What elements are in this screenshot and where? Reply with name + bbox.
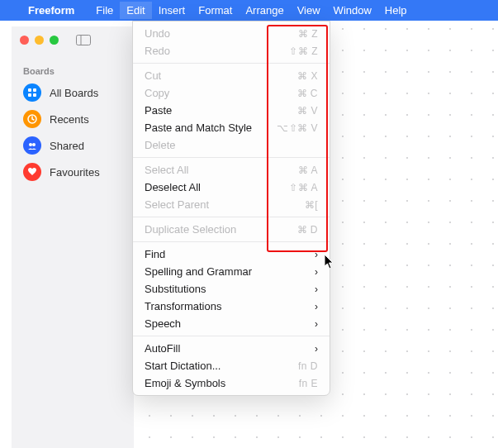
menu-item-select-parent: Select Parent⌘[ xyxy=(133,196,330,213)
menu-item-find[interactable]: Find› xyxy=(133,245,330,263)
menu-item-label: Cut xyxy=(145,69,161,82)
menubar-item-file[interactable]: File xyxy=(89,2,120,19)
menu-item-copy: Copy⌘ C xyxy=(133,84,330,102)
menubar-item-view[interactable]: View xyxy=(291,2,327,19)
menu-shortcut: fn E xyxy=(299,378,318,389)
menu-separator xyxy=(133,217,330,217)
menubar-item-format[interactable]: Format xyxy=(192,2,239,19)
menu-shortcut: ⌘ V xyxy=(297,105,318,117)
menu-shortcut: ⌥⇧⌘ V xyxy=(277,122,318,134)
menu-shortcut: ⌘ D xyxy=(297,224,319,236)
chevron-right-icon: › xyxy=(315,343,318,355)
menu-shortcut: ⌘ A xyxy=(298,164,318,176)
svg-point-7 xyxy=(29,143,32,146)
people-icon xyxy=(23,136,41,155)
sidebar-item-shared[interactable]: Shared xyxy=(12,132,134,159)
sidebar-item-label: Favourites xyxy=(50,166,100,179)
zoom-icon[interactable] xyxy=(50,36,59,45)
menu-shortcut: ⇧⌘ Z xyxy=(289,45,318,57)
menu-item-duplicate-selection: Duplicate Selection⌘ D xyxy=(133,221,330,238)
grid-icon xyxy=(23,83,41,102)
menubar-item-insert[interactable]: Insert xyxy=(152,2,192,19)
menubar-app-name[interactable]: Freeform xyxy=(28,4,74,17)
menu-item-label: Select All xyxy=(145,164,188,176)
sidebar: Boards All BoardsRecentsSharedFavourites xyxy=(12,26,134,448)
chevron-right-icon: › xyxy=(315,249,318,260)
menu-item-cut: Cut⌘ X xyxy=(133,67,330,84)
svg-rect-4 xyxy=(28,93,31,97)
edit-menu: Undo⌘ ZRedo⇧⌘ ZCut⌘ XCopy⌘ CPaste⌘ VPast… xyxy=(132,21,330,396)
menu-item-paste-and-match-style[interactable]: Paste and Match Style⌥⇧⌘ V xyxy=(133,119,330,136)
menu-item-label: Speech xyxy=(145,317,181,330)
menu-item-label: Duplicate Selection xyxy=(145,223,236,236)
menubar-item-window[interactable]: Window xyxy=(327,2,378,19)
menu-separator xyxy=(133,241,330,242)
menu-item-label: Start Dictation... xyxy=(145,360,221,372)
menu-item-autofill[interactable]: AutoFill› xyxy=(133,340,330,357)
sidebar-item-favourites[interactable]: Favourites xyxy=(12,159,134,185)
menu-item-label: Emoji & Symbols xyxy=(145,377,225,389)
menubar-item-help[interactable]: Help xyxy=(378,2,414,19)
chevron-right-icon: › xyxy=(315,284,318,295)
menu-item-undo: Undo⌘ Z xyxy=(133,25,330,42)
menubar: Freeform FileEditInsertFormatArrangeView… xyxy=(0,0,498,21)
menu-item-label: Find xyxy=(145,248,165,260)
sidebar-section-title: Boards xyxy=(12,63,134,79)
menu-shortcut: ⇧⌘ A xyxy=(289,182,318,193)
menu-shortcut: ⌘[ xyxy=(305,199,318,211)
sidebar-item-label: Shared xyxy=(50,140,84,152)
menu-shortcut: ⌘ X xyxy=(297,70,318,82)
chevron-right-icon: › xyxy=(315,266,318,278)
menu-item-speech[interactable]: Speech› xyxy=(133,315,330,332)
chevron-right-icon: › xyxy=(315,318,318,330)
menu-item-label: AutoFill xyxy=(145,342,180,355)
heart-icon xyxy=(23,163,41,181)
sidebar-item-label: Recents xyxy=(50,113,89,126)
menu-item-label: Substitutions xyxy=(145,283,206,295)
menubar-item-edit[interactable]: Edit xyxy=(120,2,151,19)
menu-item-start-dictation-[interactable]: Start Dictation...fn D xyxy=(133,357,330,374)
sidebar-toggle-icon[interactable] xyxy=(76,35,91,45)
menu-item-paste[interactable]: Paste⌘ V xyxy=(133,102,330,119)
menu-item-label: Redo xyxy=(145,45,170,57)
menu-item-substitutions[interactable]: Substitutions› xyxy=(133,280,330,298)
sidebar-item-all-boards[interactable]: All Boards xyxy=(12,79,134,106)
menu-item-label: Undo xyxy=(145,27,170,40)
svg-rect-0 xyxy=(77,35,91,45)
cursor-icon xyxy=(324,255,335,269)
clock-icon xyxy=(23,110,41,128)
menu-shortcut: fn D xyxy=(298,360,318,372)
menu-item-label: Deselect All xyxy=(145,181,201,193)
menu-item-label: Paste and Match Style xyxy=(145,122,252,134)
svg-rect-5 xyxy=(33,93,36,97)
menu-item-delete: Delete xyxy=(133,136,330,154)
sidebar-item-label: All Boards xyxy=(50,87,98,99)
menu-separator xyxy=(133,157,330,158)
menu-item-transformations[interactable]: Transformations› xyxy=(133,298,330,315)
svg-point-8 xyxy=(32,143,36,146)
close-icon[interactable] xyxy=(20,36,29,45)
menu-item-label: Delete xyxy=(145,139,176,151)
menu-item-label: Select Parent xyxy=(145,198,209,211)
menu-shortcut: ⌘ C xyxy=(297,88,319,99)
menu-item-label: Transformations xyxy=(145,300,221,312)
menu-item-deselect-all[interactable]: Deselect All⇧⌘ A xyxy=(133,179,330,196)
menubar-item-arrange[interactable]: Arrange xyxy=(239,2,290,19)
minimize-icon[interactable] xyxy=(35,36,44,45)
menu-item-label: Paste xyxy=(145,104,172,117)
menu-item-label: Spelling and Grammar xyxy=(145,265,252,278)
svg-rect-2 xyxy=(28,88,31,92)
menu-item-emoji-symbols[interactable]: Emoji & Symbolsfn E xyxy=(133,374,330,392)
menu-item-label: Copy xyxy=(145,87,169,99)
sidebar-item-recents[interactable]: Recents xyxy=(12,106,134,132)
svg-rect-3 xyxy=(33,88,36,92)
menu-separator xyxy=(133,336,330,336)
menu-item-select-all: Select All⌘ A xyxy=(133,161,330,179)
menu-separator xyxy=(133,63,330,64)
menu-shortcut: ⌘ Z xyxy=(298,28,318,40)
menu-item-spelling-and-grammar[interactable]: Spelling and Grammar› xyxy=(133,263,330,280)
chevron-right-icon: › xyxy=(315,301,318,312)
menu-item-redo: Redo⇧⌘ Z xyxy=(133,42,330,60)
